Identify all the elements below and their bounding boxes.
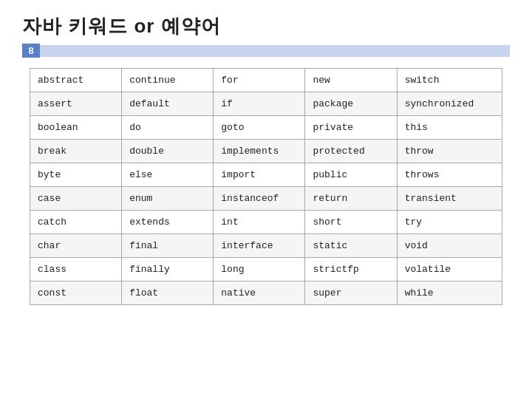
slide-number: 8 bbox=[22, 44, 40, 58]
table-row: caseenuminstanceofreturntransient bbox=[30, 187, 502, 211]
table-cell: const bbox=[30, 282, 122, 305]
table-cell: static bbox=[305, 234, 397, 258]
table-cell: char bbox=[30, 234, 122, 258]
table-cell: else bbox=[122, 163, 214, 187]
table-cell: case bbox=[30, 187, 122, 211]
table-cell: goto bbox=[214, 116, 305, 140]
table-cell: double bbox=[122, 140, 214, 163]
table-cell: try bbox=[397, 211, 502, 234]
keywords-table: abstractcontinuefornewswitchassertdefaul… bbox=[30, 68, 502, 305]
table-cell: return bbox=[305, 187, 397, 211]
table-cell: throws bbox=[397, 163, 502, 187]
table-cell: public bbox=[305, 163, 397, 187]
table-cell: interface bbox=[214, 234, 305, 258]
table-cell: if bbox=[214, 92, 305, 116]
table-row: catchextendsintshorttry bbox=[30, 211, 502, 234]
page-container: 자바 키워드 or 예약어 8 abstractcontinuefornewsw… bbox=[0, 0, 532, 399]
table-row: assertdefaultifpackagesynchronized bbox=[30, 92, 502, 116]
table-cell: volatile bbox=[397, 258, 502, 282]
table-cell: assert bbox=[30, 92, 122, 116]
table-cell: break bbox=[30, 140, 122, 163]
table-cell: this bbox=[397, 116, 502, 140]
slide-bar bbox=[40, 45, 510, 57]
table-cell: protected bbox=[305, 140, 397, 163]
table-row: constfloatnativesuperwhile bbox=[30, 282, 502, 305]
table-cell: throw bbox=[397, 140, 502, 163]
table-cell: extends bbox=[122, 211, 214, 234]
table-cell: do bbox=[122, 116, 214, 140]
table-cell: new bbox=[305, 69, 397, 92]
table-cell: while bbox=[397, 282, 502, 305]
table-cell: boolean bbox=[30, 116, 122, 140]
table-row: classfinallylongstrictfpvolatile bbox=[30, 258, 502, 282]
table-cell: synchronized bbox=[397, 92, 502, 116]
table-cell: private bbox=[305, 116, 397, 140]
page-title: 자바 키워드 or 예약어 bbox=[22, 13, 510, 39]
table-row: breakdoubleimplementsprotectedthrow bbox=[30, 140, 502, 163]
table-cell: switch bbox=[397, 69, 502, 92]
table-cell: super bbox=[305, 282, 397, 305]
table-cell: int bbox=[214, 211, 305, 234]
table-row: charfinalinterfacestaticvoid bbox=[30, 234, 502, 258]
table-cell: finally bbox=[122, 258, 214, 282]
table-cell: implements bbox=[214, 140, 305, 163]
table-cell: transient bbox=[397, 187, 502, 211]
table-row: booleandogotoprivatethis bbox=[30, 116, 502, 140]
table-cell: continue bbox=[122, 69, 214, 92]
table-cell: enum bbox=[122, 187, 214, 211]
table-cell: long bbox=[214, 258, 305, 282]
table-cell: abstract bbox=[30, 69, 122, 92]
table-cell: package bbox=[305, 92, 397, 116]
table-cell: class bbox=[30, 258, 122, 282]
table-wrapper: abstractcontinuefornewswitchassertdefaul… bbox=[30, 68, 502, 305]
table-cell: for bbox=[214, 69, 305, 92]
table-cell: byte bbox=[30, 163, 122, 187]
table-row: byteelseimportpublicthrows bbox=[30, 163, 502, 187]
table-cell: void bbox=[397, 234, 502, 258]
table-cell: short bbox=[305, 211, 397, 234]
table-row: abstractcontinuefornewswitch bbox=[30, 69, 502, 92]
table-cell: float bbox=[122, 282, 214, 305]
slide-number-bar: 8 bbox=[22, 44, 510, 58]
table-cell: import bbox=[214, 163, 305, 187]
table-cell: instanceof bbox=[214, 187, 305, 211]
table-cell: final bbox=[122, 234, 214, 258]
table-cell: catch bbox=[30, 211, 122, 234]
table-cell: native bbox=[214, 282, 305, 305]
table-cell: default bbox=[122, 92, 214, 116]
table-cell: strictfp bbox=[305, 258, 397, 282]
